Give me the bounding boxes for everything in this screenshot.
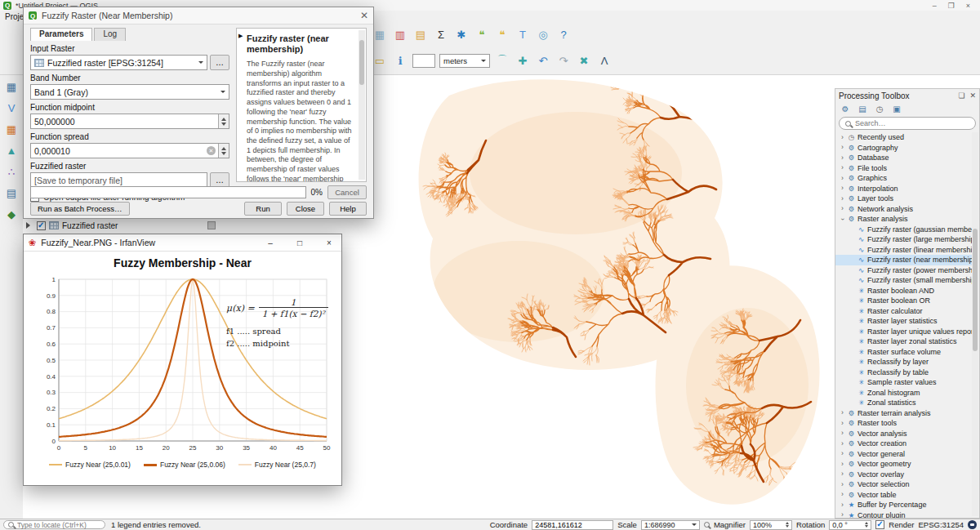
toolbox-item[interactable]: ✳Raster layer unique values report (835, 327, 972, 337)
magnifier-spinbox[interactable]: 100% (750, 520, 792, 530)
units-combo[interactable]: meters (439, 54, 490, 68)
toolbox-item[interactable]: ✳Sample raster values (835, 377, 972, 388)
toolbox-item[interactable]: ›⚙Cartography (835, 143, 972, 154)
toolbox-item[interactable]: ∿Fuzzify raster (linear membership) (835, 245, 972, 256)
help-button[interactable]: Help (329, 202, 367, 216)
vertex-tool-icon[interactable]: ✖ (576, 52, 592, 69)
dialog-close-icon[interactable]: ✕ (360, 10, 368, 21)
input-raster-combo[interactable]: Fuzzified raster [EPSG:31254] (30, 55, 207, 70)
toolbox-item[interactable]: ›⚙File tools (835, 163, 972, 174)
redo-icon[interactable]: ↷ (555, 52, 572, 69)
window-close-button[interactable]: × (966, 2, 970, 10)
crs-status[interactable]: EPSG:31254 (919, 520, 964, 529)
expand-chevron-icon[interactable]: › (839, 205, 846, 212)
locate-box[interactable] (3, 520, 105, 529)
run-as-batch-button[interactable]: Run as Batch Process… (30, 202, 130, 216)
layer-visibility-checkbox[interactable] (37, 221, 46, 230)
tolerance-input[interactable] (412, 54, 435, 68)
float-panel-icon[interactable]: ❏ (958, 91, 964, 100)
tab-log[interactable]: Log (94, 28, 126, 41)
expand-chevron-icon[interactable]: › (839, 501, 846, 509)
midpoint-spinbox[interactable]: 50,000000 (30, 114, 229, 129)
expand-chevron-icon[interactable]: › (839, 216, 846, 223)
toolbox-item[interactable]: ›⚙Layer tools (835, 194, 972, 204)
add-vector-layer-icon[interactable]: V (3, 100, 20, 116)
coordinate-input[interactable] (535, 521, 610, 529)
close-button[interactable]: Close (287, 202, 324, 216)
minimize-button[interactable]: – (258, 238, 283, 247)
scale-combo[interactable]: 1:686990 (641, 520, 700, 530)
toolbox-item[interactable]: ∿Fuzzify raster (near membership) (835, 255, 972, 265)
scrollbar-thumb[interactable] (359, 40, 364, 85)
expand-chevron-icon[interactable]: › (839, 185, 846, 192)
layout-manager-icon[interactable]: ▤ (412, 26, 429, 42)
add-raster-layer-icon[interactable]: ▦ (3, 121, 20, 137)
history-icon[interactable]: ◷ (874, 104, 885, 115)
expand-chevron-icon[interactable]: › (839, 491, 846, 498)
cancel-button[interactable]: Cancel (327, 185, 367, 199)
open-attribute-table-icon[interactable]: ▦ (372, 26, 388, 42)
measure-line-icon[interactable]: ⌒ (494, 52, 510, 69)
annotation-bubble-icon[interactable]: ❝ (474, 26, 490, 42)
toolbox-search[interactable] (839, 117, 976, 130)
results-viewer-icon[interactable]: ▣ (891, 104, 902, 115)
toolbox-item[interactable]: ›⚙Vector geometry (835, 459, 972, 470)
expand-chevron-icon[interactable]: › (839, 420, 846, 427)
spin-arrows-icon[interactable] (865, 520, 868, 529)
expand-chevron-icon[interactable]: › (839, 409, 846, 416)
statistics-sum-icon[interactable]: Σ (433, 26, 449, 42)
layers-panel-row[interactable]: Fuzzified raster (23, 217, 219, 234)
toolbox-item[interactable]: ✳Zonal statistics (835, 398, 972, 408)
help-contents-icon[interactable]: ? (555, 26, 572, 42)
models-icon[interactable]: ▤ (857, 104, 868, 115)
identify-features-icon[interactable]: ℹ (392, 52, 408, 69)
expand-chevron-icon[interactable]: › (839, 175, 846, 182)
toolbox-item[interactable]: ✳Raster layer zonal statistics (835, 336, 972, 347)
toolbox-item[interactable]: ›⚙Vector general (835, 449, 972, 460)
collapse-help-icon[interactable]: ▶ (238, 32, 243, 39)
toolbox-item[interactable]: ›⚙Network analysis (835, 204, 972, 215)
form-annotation-icon[interactable]: T (514, 26, 531, 42)
expand-chevron-icon[interactable]: › (839, 430, 846, 437)
add-mesh-layer-icon[interactable]: ▲ (3, 142, 20, 158)
expand-chevron-icon[interactable]: › (839, 440, 846, 448)
toolbox-item[interactable]: ›★Buffer by Percentage (835, 500, 972, 510)
select-features-icon[interactable]: ▭ (372, 52, 388, 69)
toolbox-item[interactable]: ✳Raster surface volume (835, 347, 972, 358)
toolbox-options-icon[interactable]: ⚙ (840, 104, 851, 115)
input-raster-browse-button[interactable]: … (210, 55, 229, 70)
close-button[interactable]: × (317, 238, 341, 247)
spin-arrows-icon[interactable] (218, 114, 229, 128)
expand-chevron-icon[interactable]: › (839, 470, 846, 478)
expression-icon[interactable]: Λ (596, 52, 612, 69)
maximize-button[interactable]: □ (287, 238, 312, 247)
toolbox-item[interactable]: ›⚙Graphics (835, 173, 972, 184)
render-checkbox[interactable] (875, 520, 884, 529)
toolbox-item[interactable]: ›⚙Vector analysis (835, 429, 972, 439)
undo-icon[interactable]: ↶ (535, 52, 551, 69)
toolbox-item[interactable]: ›⚙Database (835, 153, 972, 163)
toolbox-item[interactable]: ∿Fuzzify raster (large membership) (835, 234, 972, 245)
add-database-layer-icon[interactable]: ▤ (3, 185, 20, 201)
expand-chevron-icon[interactable]: › (839, 164, 846, 171)
processing-toolbox-icon[interactable]: ✱ (453, 26, 470, 42)
toolbox-item[interactable]: ›◷Recently used (835, 132, 972, 143)
help-scrollbar[interactable] (359, 30, 365, 180)
spread-spinbox[interactable]: 0,000010 (30, 143, 229, 158)
print-layout-icon[interactable]: ▥ (392, 26, 408, 42)
expand-chevron-icon[interactable]: › (839, 511, 846, 518)
expand-chevron-icon[interactable]: › (839, 154, 846, 162)
toolbox-item[interactable]: ✳Raster layer statistics (835, 316, 972, 327)
toolbox-item[interactable]: ›⚙Interpolation (835, 184, 972, 194)
toolbox-item[interactable]: ›★Contour plugin (835, 510, 972, 519)
spin-arrows-icon[interactable] (218, 144, 229, 158)
toolbox-item[interactable]: ›⚙Raster tools (835, 418, 972, 429)
expand-chevron-icon[interactable]: › (839, 481, 846, 488)
window-minimize-button[interactable]: – (933, 2, 937, 10)
expand-layer-icon[interactable] (26, 222, 33, 229)
toolbox-item[interactable]: ›⚙Raster analysis (835, 214, 972, 225)
messages-icon[interactable] (968, 520, 977, 529)
toolbox-item[interactable]: ›⚙Vector selection (835, 479, 972, 490)
toolbox-scrollbar[interactable] (972, 132, 978, 516)
toolbox-item[interactable]: ✳Raster boolean AND (835, 286, 972, 296)
